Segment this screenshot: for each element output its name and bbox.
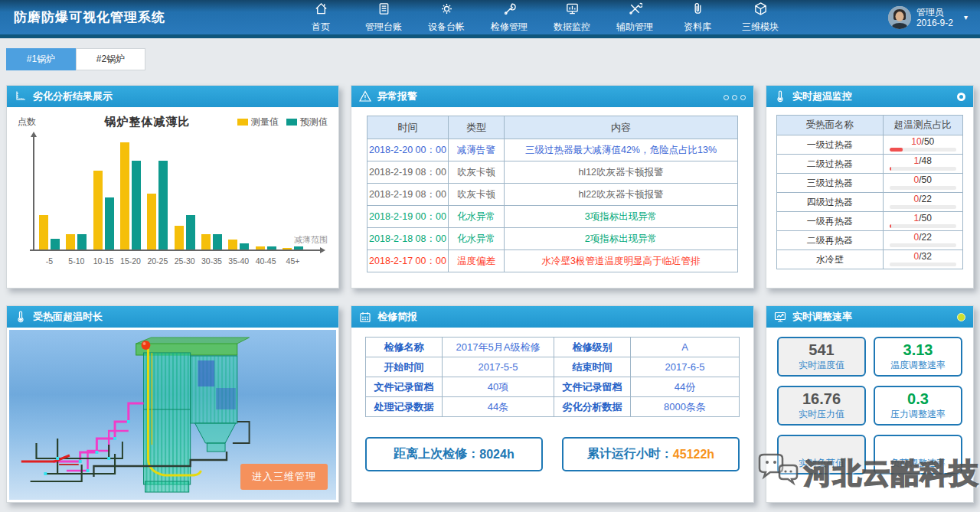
nav-item-ledger[interactable]: 管理台账 <box>364 2 403 34</box>
overtemp-row[interactable]: 三级过热器0/50 <box>777 174 963 193</box>
nav-item-data-monitor[interactable]: 数据监控 <box>552 2 592 34</box>
rate-tile[interactable]: 0.3压力调整速率 <box>874 386 962 426</box>
maintenance-row: 检修名称2017年5月A级检修检修级别A <box>366 338 740 357</box>
alarm-row[interactable]: 2018-2-17 00：00温度偏差水冷壁3根管道温度明显高于临近管排 <box>368 250 738 272</box>
overtemp-table: 受热面名称超温测点占比一级过热器10/50二级过热器1/48三级过热器0/50四… <box>776 115 963 269</box>
rate-tile[interactable]: 541实时温度值 <box>777 337 866 377</box>
maintenance-row: 文件记录留档40项文件记录留档44份 <box>366 377 740 397</box>
status-ring-icon[interactable] <box>957 93 965 101</box>
wrench-icon <box>502 2 517 19</box>
surface-name-cell: 一级过热器 <box>777 135 884 155</box>
ratio-denominator: /22 <box>919 194 932 204</box>
user-date: 2016-9-2 <box>916 18 953 28</box>
rate-tile[interactable]: 实时负荷值 <box>777 435 866 474</box>
tile-label: 实时压力值 <box>799 408 844 421</box>
nav-item-equipment[interactable]: 设备台帐 <box>426 2 466 34</box>
nav-item-home[interactable]: 首页 <box>301 2 341 34</box>
progress-track <box>890 186 957 190</box>
legend-item: 预测值 <box>286 116 328 129</box>
alarm-cell: 水冷壁3根管道温度明显高于临近管排 <box>505 250 738 272</box>
overtemp-row[interactable]: 二级再热器0/22 <box>777 231 963 250</box>
user-name: 管理员 <box>916 7 953 18</box>
alarm-cell: 吹灰卡顿 <box>449 184 505 206</box>
stat-label: 累计运行小时： <box>587 446 673 462</box>
surface-name-cell: 四级过热器 <box>777 193 884 212</box>
nav-item-library[interactable]: 资料库 <box>678 2 717 34</box>
stat-value: 8024h <box>479 448 514 461</box>
rate-tile[interactable]: 16.76实时压力值 <box>777 386 866 426</box>
chart-bars: -55-1010-1515-2020-2525-3030-3535-4040-4… <box>39 135 303 249</box>
nav-item-maintenance[interactable]: 检修管理 <box>489 2 529 34</box>
tile-label: 实时温度值 <box>799 359 844 372</box>
overtemp-panel-body: 受热面名称超温测点占比一级过热器10/50二级过热器1/48三级过热器0/50四… <box>766 107 973 288</box>
rate-tile[interactable]: 3.13温度调整速率 <box>874 337 962 377</box>
avatar <box>888 6 911 29</box>
top-navbar: 防磨防爆可视化管理系统 首页 管理台账 设备台帐 检修管理 数据监控 <box>0 0 980 34</box>
warning-icon <box>359 90 371 103</box>
chart-bar <box>77 234 87 249</box>
panel-header: 实时超温监控 <box>766 86 973 107</box>
maintenance-stat-button[interactable]: 距离上次检修：8024h <box>365 437 543 471</box>
nav-label: 数据监控 <box>554 21 590 34</box>
panel-header: 异常报警 <box>351 86 753 107</box>
x-tick-label: -5 <box>46 256 53 266</box>
bar-group: 45+ <box>283 246 303 249</box>
panel-header: 实时调整速率 <box>766 306 973 328</box>
alarm-cell: 温度偏差 <box>449 250 505 272</box>
chart-bar <box>66 234 75 249</box>
progress-track <box>890 243 957 247</box>
overtemp-row[interactable]: 四级过热器0/22 <box>777 193 963 212</box>
thermometer-icon <box>774 90 786 103</box>
overtemp-row[interactable]: 一级再热器1/50 <box>777 212 963 231</box>
user-box[interactable]: 管理员 2016-9-2 <box>888 6 953 29</box>
panel-header: 受热面超温时长 <box>7 306 338 328</box>
boiler-3d-view[interactable]: 进入三维管理 <box>7 328 338 502</box>
chart-bar <box>39 215 48 249</box>
overtemp-row[interactable]: 二级过热器1/48 <box>777 155 963 174</box>
dashboard-grid: 劣化分析结果展示 点数 锅炉整体减薄比 测量值预测值 减薄范围 -55-1010… <box>0 73 980 503</box>
maintenance-label: 文件记录留档 <box>366 377 443 397</box>
alarm-row[interactable]: 2018-2-18 08：00化水异常2项指标出现异常 <box>368 228 738 250</box>
alarm-cell: hl12吹灰器卡顿报警 <box>505 161 738 184</box>
chevron-down-icon[interactable]: ▾ <box>964 13 968 21</box>
ratio-numerator: 10 <box>911 136 921 147</box>
alarm-cell: 三级过热器最大减薄值42%，危险点占比13% <box>505 139 738 161</box>
y-axis <box>33 134 34 251</box>
panel-maintenance-briefing: 检修简报 检修名称2017年5月A级检修检修级别A开始时间2017-5-5结束时… <box>351 305 754 503</box>
enter-3d-management-button[interactable]: 进入三维管理 <box>240 464 328 490</box>
ruler-icon <box>15 90 27 103</box>
progress-fill <box>890 167 892 171</box>
bar-group: -5 <box>39 215 60 249</box>
nav-item-3d-module[interactable]: 三维模块 <box>740 2 780 34</box>
panel-title: 异常报警 <box>377 90 417 103</box>
rate-tile[interactable]: 负荷调整速率 <box>874 435 962 474</box>
tab-boiler-1[interactable]: #1锅炉 <box>6 48 76 70</box>
overtemp-header-row: 受热面名称超温测点占比 <box>777 116 963 135</box>
overtemp-column-header: 受热面名称 <box>777 116 884 135</box>
legend-swatch <box>237 119 248 126</box>
bar-chart: 减薄范围 -55-1010-1515-2020-2525-3030-3535-4… <box>15 131 331 270</box>
x-tick-label: 10-15 <box>93 256 114 266</box>
stat-value: 45122h <box>673 448 714 461</box>
status-dot-icon[interactable] <box>957 313 965 321</box>
tile-label: 负荷调整速率 <box>890 457 946 470</box>
overtemp-row[interactable]: 一级过热器10/50 <box>777 135 963 155</box>
maintenance-value: A <box>631 338 740 357</box>
tab-boiler-2[interactable]: #2锅炉 <box>76 48 145 70</box>
maintenance-label: 开始时间 <box>366 357 443 377</box>
alarm-row[interactable]: 2018-2-19 08：00吹灰卡顿hl22吹灰器卡顿报警 <box>368 184 738 206</box>
nav-label: 检修管理 <box>491 21 528 34</box>
alarm-row[interactable]: 2018-2-20 00：00减薄告警三级过热器最大减薄值42%，危险点占比13… <box>368 139 738 161</box>
x-tick-label: 30-35 <box>201 256 222 266</box>
chart-bar <box>132 161 141 249</box>
nav-item-aux[interactable]: 辅助管理 <box>615 2 655 34</box>
alarm-column-header: 类型 <box>449 116 505 139</box>
panel-title: 劣化分析结果展示 <box>33 90 113 103</box>
overtemp-row[interactable]: 水冷壁0/32 <box>777 250 963 269</box>
legend-swatch <box>286 119 297 126</box>
maintenance-stat-button[interactable]: 累计运行小时：45122h <box>562 437 740 471</box>
alarm-row[interactable]: 2018-2-19 08：00吹灰卡顿hl12吹灰器卡顿报警 <box>368 161 738 184</box>
alarm-cell: 2018-2-19 00：00 <box>368 206 449 228</box>
more-options-icon[interactable] <box>720 91 746 103</box>
alarm-row[interactable]: 2018-2-19 00：00化水异常3项指标出现异常 <box>368 206 738 228</box>
